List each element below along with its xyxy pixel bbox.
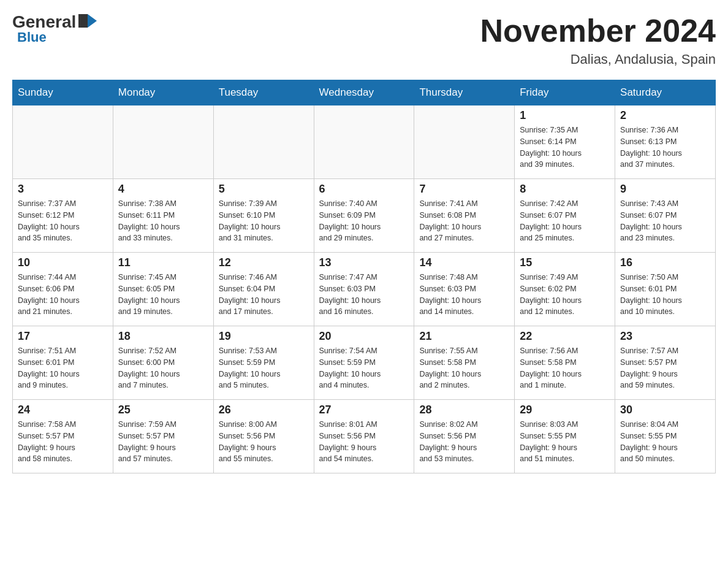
calendar-cell: 27Sunrise: 8:01 AM Sunset: 5:56 PM Dayli… bbox=[314, 400, 414, 473]
day-number: 12 bbox=[219, 256, 309, 269]
day-info: Sunrise: 7:47 AM Sunset: 6:03 PM Dayligh… bbox=[319, 272, 409, 318]
day-info: Sunrise: 8:04 AM Sunset: 5:55 PM Dayligh… bbox=[620, 419, 710, 465]
calendar-week-row: 3Sunrise: 7:37 AM Sunset: 6:12 PM Daylig… bbox=[13, 179, 716, 253]
day-number: 23 bbox=[620, 330, 710, 343]
day-info: Sunrise: 7:43 AM Sunset: 6:07 PM Dayligh… bbox=[620, 198, 710, 244]
day-info: Sunrise: 7:44 AM Sunset: 6:06 PM Dayligh… bbox=[18, 272, 108, 318]
day-number: 3 bbox=[18, 183, 108, 196]
calendar-cell: 12Sunrise: 7:46 AM Sunset: 6:04 PM Dayli… bbox=[213, 253, 314, 326]
calendar-cell: 19Sunrise: 7:53 AM Sunset: 5:59 PM Dayli… bbox=[213, 326, 314, 400]
day-info: Sunrise: 7:52 AM Sunset: 6:00 PM Dayligh… bbox=[118, 345, 208, 391]
col-tuesday: Tuesday bbox=[213, 80, 314, 105]
day-number: 22 bbox=[520, 330, 610, 343]
day-info: Sunrise: 8:00 AM Sunset: 5:56 PM Dayligh… bbox=[219, 419, 309, 465]
calendar-cell: 25Sunrise: 7:59 AM Sunset: 5:57 PM Dayli… bbox=[113, 400, 213, 473]
day-number: 6 bbox=[319, 183, 409, 196]
day-info: Sunrise: 7:39 AM Sunset: 6:10 PM Dayligh… bbox=[219, 198, 309, 244]
day-number: 5 bbox=[219, 183, 309, 196]
day-number: 15 bbox=[520, 256, 610, 269]
calendar-week-row: 17Sunrise: 7:51 AM Sunset: 6:01 PM Dayli… bbox=[13, 326, 716, 400]
calendar-week-row: 24Sunrise: 7:58 AM Sunset: 5:57 PM Dayli… bbox=[13, 400, 716, 473]
day-info: Sunrise: 7:56 AM Sunset: 5:58 PM Dayligh… bbox=[520, 345, 610, 391]
day-number: 30 bbox=[620, 404, 710, 416]
day-info: Sunrise: 7:50 AM Sunset: 6:01 PM Dayligh… bbox=[620, 272, 710, 318]
day-info: Sunrise: 7:54 AM Sunset: 5:59 PM Dayligh… bbox=[319, 345, 409, 391]
day-number: 16 bbox=[620, 256, 710, 269]
logo-flag-icon bbox=[78, 14, 97, 28]
calendar-cell: 4Sunrise: 7:38 AM Sunset: 6:11 PM Daylig… bbox=[113, 179, 213, 253]
col-wednesday: Wednesday bbox=[314, 80, 414, 105]
calendar-cell bbox=[314, 105, 414, 179]
calendar-cell: 16Sunrise: 7:50 AM Sunset: 6:01 PM Dayli… bbox=[615, 253, 716, 326]
day-number: 7 bbox=[419, 183, 509, 196]
calendar-cell: 28Sunrise: 8:02 AM Sunset: 5:56 PM Dayli… bbox=[414, 400, 515, 473]
day-number: 26 bbox=[219, 404, 309, 416]
calendar-table: Sunday Monday Tuesday Wednesday Thursday… bbox=[12, 80, 716, 473]
calendar-cell: 20Sunrise: 7:54 AM Sunset: 5:59 PM Dayli… bbox=[314, 326, 414, 400]
day-number: 2 bbox=[620, 109, 710, 122]
day-info: Sunrise: 7:53 AM Sunset: 5:59 PM Dayligh… bbox=[219, 345, 309, 391]
day-number: 1 bbox=[520, 109, 610, 122]
logo-blue-text: Blue bbox=[17, 29, 47, 45]
calendar-week-row: 10Sunrise: 7:44 AM Sunset: 6:06 PM Dayli… bbox=[13, 253, 716, 326]
day-number: 14 bbox=[419, 256, 509, 269]
title-area: November 2024 Dalias, Andalusia, Spain bbox=[480, 12, 716, 67]
day-info: Sunrise: 8:02 AM Sunset: 5:56 PM Dayligh… bbox=[419, 419, 509, 465]
day-number: 9 bbox=[620, 183, 710, 196]
day-info: Sunrise: 8:01 AM Sunset: 5:56 PM Dayligh… bbox=[319, 419, 409, 465]
svg-marker-1 bbox=[78, 14, 88, 28]
day-info: Sunrise: 7:55 AM Sunset: 5:58 PM Dayligh… bbox=[419, 345, 509, 391]
day-info: Sunrise: 7:48 AM Sunset: 6:03 PM Dayligh… bbox=[419, 272, 509, 318]
col-saturday: Saturday bbox=[615, 80, 716, 105]
col-friday: Friday bbox=[515, 80, 615, 105]
calendar-header: Sunday Monday Tuesday Wednesday Thursday… bbox=[13, 80, 716, 105]
day-info: Sunrise: 7:46 AM Sunset: 6:04 PM Dayligh… bbox=[219, 272, 309, 318]
day-number: 18 bbox=[118, 330, 208, 343]
col-sunday: Sunday bbox=[13, 80, 113, 105]
day-number: 17 bbox=[18, 330, 108, 343]
calendar-subtitle: Dalias, Andalusia, Spain bbox=[480, 52, 716, 67]
day-info: Sunrise: 7:49 AM Sunset: 6:02 PM Dayligh… bbox=[520, 272, 610, 318]
calendar-cell bbox=[13, 105, 113, 179]
day-info: Sunrise: 7:51 AM Sunset: 6:01 PM Dayligh… bbox=[18, 345, 108, 391]
day-info: Sunrise: 7:37 AM Sunset: 6:12 PM Dayligh… bbox=[18, 198, 108, 244]
day-info: Sunrise: 7:40 AM Sunset: 6:09 PM Dayligh… bbox=[319, 198, 409, 244]
calendar-cell: 6Sunrise: 7:40 AM Sunset: 6:09 PM Daylig… bbox=[314, 179, 414, 253]
day-number: 28 bbox=[419, 404, 509, 416]
day-number: 13 bbox=[319, 256, 409, 269]
day-info: Sunrise: 7:59 AM Sunset: 5:57 PM Dayligh… bbox=[118, 419, 208, 465]
calendar-cell: 11Sunrise: 7:45 AM Sunset: 6:05 PM Dayli… bbox=[113, 253, 213, 326]
svg-marker-0 bbox=[88, 14, 97, 28]
day-info: Sunrise: 7:57 AM Sunset: 5:57 PM Dayligh… bbox=[620, 345, 710, 391]
day-number: 27 bbox=[319, 404, 409, 416]
calendar-title: November 2024 bbox=[480, 12, 716, 49]
calendar-cell: 30Sunrise: 8:04 AM Sunset: 5:55 PM Dayli… bbox=[615, 400, 716, 473]
calendar-cell: 24Sunrise: 7:58 AM Sunset: 5:57 PM Dayli… bbox=[13, 400, 113, 473]
calendar-cell: 26Sunrise: 8:00 AM Sunset: 5:56 PM Dayli… bbox=[213, 400, 314, 473]
calendar-cell: 18Sunrise: 7:52 AM Sunset: 6:00 PM Dayli… bbox=[113, 326, 213, 400]
col-monday: Monday bbox=[113, 80, 213, 105]
calendar-cell: 29Sunrise: 8:03 AM Sunset: 5:55 PM Dayli… bbox=[515, 400, 615, 473]
calendar-cell bbox=[213, 105, 314, 179]
day-number: 29 bbox=[520, 404, 610, 416]
day-info: Sunrise: 7:38 AM Sunset: 6:11 PM Dayligh… bbox=[118, 198, 208, 244]
calendar-week-row: 1Sunrise: 7:35 AM Sunset: 6:14 PM Daylig… bbox=[13, 105, 716, 179]
day-number: 25 bbox=[118, 404, 208, 416]
day-info: Sunrise: 7:36 AM Sunset: 6:13 PM Dayligh… bbox=[620, 124, 710, 170]
day-info: Sunrise: 7:45 AM Sunset: 6:05 PM Dayligh… bbox=[118, 272, 208, 318]
calendar-cell: 3Sunrise: 7:37 AM Sunset: 6:12 PM Daylig… bbox=[13, 179, 113, 253]
calendar-cell: 17Sunrise: 7:51 AM Sunset: 6:01 PM Dayli… bbox=[13, 326, 113, 400]
calendar-cell: 15Sunrise: 7:49 AM Sunset: 6:02 PM Dayli… bbox=[515, 253, 615, 326]
header-row: Sunday Monday Tuesday Wednesday Thursday… bbox=[13, 80, 716, 105]
calendar-cell: 1Sunrise: 7:35 AM Sunset: 6:14 PM Daylig… bbox=[515, 105, 615, 179]
header: General Blue November 2024 Dalias, Andal… bbox=[12, 12, 716, 67]
day-info: Sunrise: 7:35 AM Sunset: 6:14 PM Dayligh… bbox=[520, 124, 610, 170]
calendar-cell bbox=[113, 105, 213, 179]
calendar-cell: 9Sunrise: 7:43 AM Sunset: 6:07 PM Daylig… bbox=[615, 179, 716, 253]
calendar-body: 1Sunrise: 7:35 AM Sunset: 6:14 PM Daylig… bbox=[13, 105, 716, 473]
day-number: 19 bbox=[219, 330, 309, 343]
calendar-cell: 10Sunrise: 7:44 AM Sunset: 6:06 PM Dayli… bbox=[13, 253, 113, 326]
calendar-cell: 2Sunrise: 7:36 AM Sunset: 6:13 PM Daylig… bbox=[615, 105, 716, 179]
calendar-cell: 14Sunrise: 7:48 AM Sunset: 6:03 PM Dayli… bbox=[414, 253, 515, 326]
day-number: 4 bbox=[118, 183, 208, 196]
